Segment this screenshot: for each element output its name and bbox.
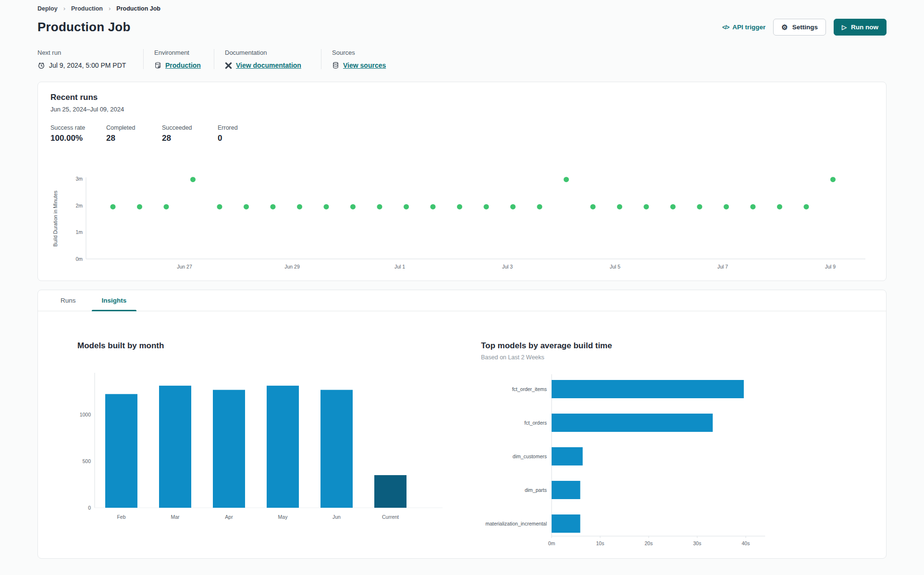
code-icon: </> (722, 24, 729, 31)
sources-column: Sources View sources (332, 49, 386, 69)
svg-text:3m: 3m (75, 176, 83, 182)
chevron-right-icon: › (109, 5, 111, 12)
svg-text:0: 0 (88, 505, 91, 511)
view-documentation-link[interactable]: View documentation (236, 61, 301, 69)
recent-runs-date-range: Jun 25, 2024–Jul 09, 2024 (50, 106, 874, 113)
environment-column: Environment Production (154, 49, 203, 69)
play-icon: ▷ (842, 24, 847, 30)
breadcrumb-production[interactable]: Production (71, 5, 103, 12)
view-sources-link[interactable]: View sources (343, 61, 386, 69)
svg-text:Jun 27: Jun 27 (177, 264, 192, 269)
environment-link[interactable]: Production (165, 61, 201, 69)
tab-bar: Runs Insights (38, 290, 886, 311)
run-now-label: Run now (851, 24, 878, 31)
run-now-button[interactable]: ▷ Run now (834, 19, 887, 36)
svg-text:Jul 7: Jul 7 (717, 264, 728, 269)
settings-button[interactable]: ⚙ Settings (773, 19, 826, 36)
stat-completed: Completed 28 (106, 124, 142, 143)
tab-insights[interactable]: Insights (89, 290, 140, 311)
database-icon (332, 61, 339, 69)
settings-label: Settings (792, 24, 818, 31)
build-duration-chart: 0m1m2m3mJun 27Jun 29Jul 1Jul 3Jul 5Jul 7… (50, 154, 874, 277)
documentation-label: Documentation (225, 49, 310, 56)
svg-text:fct_order_items: fct_order_items (512, 386, 547, 392)
api-trigger-link[interactable]: </> API trigger (722, 24, 765, 31)
alarm-clock-icon (37, 61, 45, 69)
page-title: Production Job (37, 20, 130, 35)
top-models-subtitle: Based on Last 2 Weeks (481, 354, 798, 361)
svg-text:Feb: Feb (117, 514, 125, 520)
dbt-docs-icon (225, 62, 232, 69)
svg-text:fct_orders: fct_orders (524, 420, 547, 426)
divider (214, 49, 214, 69)
svg-text:Apr: Apr (225, 514, 233, 520)
svg-text:30s: 30s (693, 540, 702, 546)
breadcrumb: Deploy › Production › Production Job (37, 3, 887, 12)
svg-text:materialization_incremental: materialization_incremental (485, 521, 547, 526)
svg-text:2m: 2m (75, 203, 83, 208)
breadcrumb-deploy[interactable]: Deploy (37, 5, 58, 12)
svg-text:0m: 0m (548, 540, 555, 546)
environment-label: Environment (154, 49, 203, 56)
svg-text:Jun 29: Jun 29 (284, 264, 300, 269)
divider (321, 49, 321, 69)
header-actions: </> API trigger ⚙ Settings ▷ Run now (722, 19, 887, 36)
insights-panel: Models built by month 05001000FebMarAprM… (38, 311, 886, 555)
svg-text:Jul 1: Jul 1 (394, 264, 405, 269)
top-models-block: Top models by average build time Based o… (481, 341, 798, 555)
svg-text:May: May (278, 514, 288, 520)
svg-text:500: 500 (82, 458, 91, 464)
tab-runs[interactable]: Runs (48, 290, 89, 311)
stat-succeeded: Succeeded 28 (162, 124, 197, 143)
svg-text:Mar: Mar (171, 514, 180, 520)
divider (143, 49, 144, 69)
recent-runs-stats: Success rate 100.00% Completed 28 Succee… (50, 124, 874, 143)
recent-runs-card: Recent runs Jun 25, 2024–Jul 09, 2024 Su… (37, 82, 887, 281)
models-built-by-month-title: Models built by month (77, 341, 453, 351)
svg-text:10s: 10s (596, 540, 604, 546)
page-header: Production Job </> API trigger ⚙ Setting… (37, 19, 887, 36)
models-built-by-month-svg: 05001000FebMarAprMayJunCurrent (77, 366, 453, 529)
next-run-label: Next run (37, 49, 133, 56)
svg-text:1m: 1m (75, 229, 83, 235)
recent-runs-title: Recent runs (50, 93, 874, 102)
breadcrumb-production-job: Production Job (116, 5, 160, 12)
stat-success-rate: Success rate 100.00% (50, 124, 86, 143)
models-built-by-month-block: Models built by month 05001000FebMarAprM… (77, 341, 453, 555)
build-duration-scatter-svg: 0m1m2m3mJun 27Jun 29Jul 1Jul 3Jul 5Jul 7… (50, 154, 867, 275)
production-job-page: Deploy › Production › Production Job Pro… (0, 0, 924, 559)
svg-text:1000: 1000 (80, 412, 91, 417)
svg-text:dim_customers: dim_customers (513, 453, 547, 459)
chevron-right-icon: › (63, 5, 65, 12)
svg-text:Jul 3: Jul 3 (502, 264, 513, 269)
top-models-svg: 0m10s20s30s40sfct_order_itemsfct_ordersd… (481, 371, 798, 553)
svg-text:Jul 9: Jul 9 (825, 264, 836, 269)
documentation-column: Documentation View documentation (225, 49, 310, 69)
job-meta-row: Next run Jul 9, 2024, 5:00 PM PDT Enviro… (37, 49, 887, 69)
svg-text:Build Duration in Minutes: Build Duration in Minutes (52, 191, 58, 247)
svg-text:20s: 20s (645, 540, 653, 546)
svg-text:0m: 0m (75, 256, 83, 262)
runs-insights-card: Runs Insights Models built by month 0500… (37, 290, 887, 559)
svg-text:Jul 5: Jul 5 (610, 264, 620, 269)
sources-label: Sources (332, 49, 386, 56)
svg-text:Jun: Jun (333, 514, 341, 520)
top-models-title: Top models by average build time (481, 341, 798, 351)
environment-database-icon (154, 61, 161, 69)
svg-text:40s: 40s (742, 540, 750, 546)
svg-text:dim_parts: dim_parts (525, 487, 547, 493)
gear-icon: ⚙ (781, 24, 788, 31)
next-run-column: Next run Jul 9, 2024, 5:00 PM PDT (37, 49, 133, 69)
api-trigger-label: API trigger (732, 24, 765, 31)
next-run-value: Jul 9, 2024, 5:00 PM PDT (49, 61, 126, 69)
stat-errored: Errored 0 (218, 124, 253, 143)
svg-text:Current: Current (382, 514, 399, 520)
